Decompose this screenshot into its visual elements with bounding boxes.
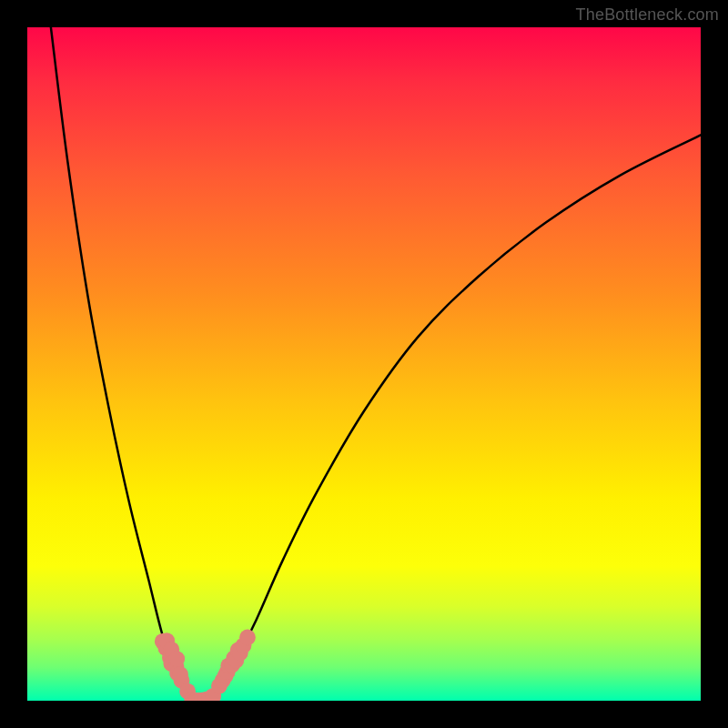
chart-frame: TheBottleneck.com bbox=[0, 0, 728, 728]
chart-svg bbox=[27, 27, 701, 701]
watermark-text: TheBottleneck.com bbox=[576, 5, 719, 25]
scatter-point bbox=[239, 630, 256, 646]
plot-area bbox=[27, 27, 701, 701]
scatter-point bbox=[172, 666, 188, 682]
scatter-point bbox=[168, 651, 185, 667]
bottleneck-curve bbox=[51, 27, 701, 701]
